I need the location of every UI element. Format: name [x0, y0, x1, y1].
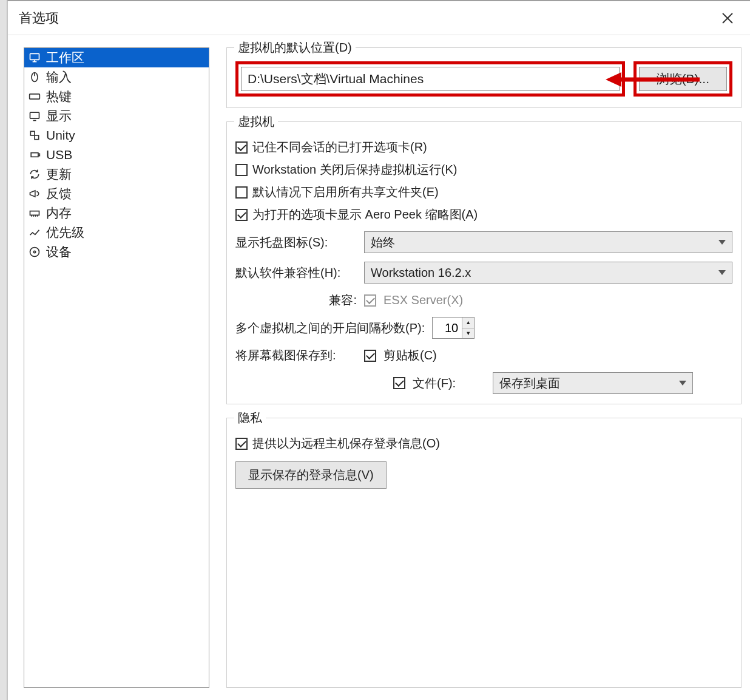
- sidebar-item-feedback[interactable]: 反馈: [24, 184, 209, 203]
- select-value: Workstation 16.2.x: [371, 266, 471, 280]
- select-save-to[interactable]: 保存到桌面: [493, 372, 693, 394]
- chevron-down-icon: [718, 270, 726, 275]
- checkbox-offer-save[interactable]: [235, 438, 248, 450]
- label-esx-value: ESX Server(X): [383, 293, 463, 307]
- select-compatibility[interactable]: Workstation 16.2.x: [364, 262, 732, 284]
- spinner-up[interactable]: ▲: [462, 318, 474, 328]
- sidebar-item-unity[interactable]: Unity: [24, 126, 209, 145]
- sidebar-item-label: 优先级: [46, 224, 84, 241]
- checkbox-remember-tabs[interactable]: [235, 141, 248, 154]
- highlight-browse: 浏览(B)...: [633, 61, 733, 97]
- checkbox-esx: [364, 294, 376, 307]
- svg-rect-18: [30, 211, 39, 216]
- category-list: 工作区 输入 热键 显示 Unity USB: [24, 47, 209, 688]
- usb-icon: [28, 148, 41, 161]
- chevron-down-icon: [679, 381, 686, 386]
- checkbox-aero-peek[interactable]: [235, 209, 248, 221]
- unity-icon: [28, 129, 41, 142]
- show-saved-logins-button[interactable]: 显示保存的登录信息(V): [235, 461, 387, 489]
- keyboard-icon: [28, 90, 41, 103]
- select-value: 保存到桌面: [499, 375, 560, 392]
- sidebar-item-priority[interactable]: 优先级: [24, 223, 209, 242]
- memory-icon: [28, 206, 41, 220]
- label-offer-save: 提供以为远程主机保存登录信息(O): [252, 435, 440, 452]
- label-file: 文件(F):: [413, 375, 485, 392]
- label-screenshot: 将屏幕截图保存到:: [235, 347, 357, 364]
- refresh-icon: [28, 168, 41, 181]
- label-enable-shared: 默认情况下启用所有共享文件夹(E): [252, 184, 439, 200]
- sidebar-item-workspace[interactable]: 工作区: [24, 48, 209, 67]
- settings-panel: 虚拟机的默认位置(D) D:\Users\文档\Virtual Machines…: [226, 47, 744, 688]
- group-legend: 隐私: [234, 410, 266, 426]
- preferences-window: 首选项 工作区 输入 热键 显示: [7, 0, 750, 700]
- checkbox-keep-running[interactable]: [235, 164, 248, 176]
- sidebar-item-label: 内存: [46, 205, 72, 222]
- body: 工作区 输入 热键 显示 Unity USB: [8, 35, 750, 700]
- label-esx: 兼容:: [235, 292, 357, 308]
- group-default-location: 虚拟机的默认位置(D) D:\Users\文档\Virtual Machines…: [226, 47, 742, 108]
- sidebar-item-label: 输入: [46, 69, 72, 86]
- sidebar-item-label: 显示: [46, 107, 72, 124]
- edge-strip: [0, 0, 7, 700]
- disc-icon: [28, 245, 41, 259]
- select-value: 始终: [371, 234, 395, 251]
- label-keep-running: Workstation 关闭后保持虚拟机运行(K): [252, 161, 457, 178]
- group-legend: 虚拟机: [234, 114, 278, 130]
- path-value: D:\Users\文档\Virtual Machines: [248, 70, 424, 87]
- sidebar-item-label: 热键: [46, 88, 72, 105]
- mouse-icon: [28, 70, 41, 84]
- svg-rect-14: [30, 131, 35, 135]
- svg-rect-15: [35, 135, 39, 140]
- svg-point-23: [30, 248, 39, 257]
- sidebar-item-devices[interactable]: 设备: [24, 242, 209, 262]
- spinner-delay[interactable]: ▲ ▼: [432, 317, 475, 339]
- svg-rect-16: [31, 153, 38, 157]
- label-remember-tabs: 记住不同会话的已打开选项卡(R): [252, 139, 427, 155]
- label-aero-peek: 为打开的选项卡显示 Aero Peek 缩略图(A): [252, 206, 478, 223]
- group-legend: 虚拟机的默认位置(D): [234, 39, 356, 56]
- svg-rect-2: [30, 53, 39, 59]
- group-vm: 虚拟机 记住不同会话的已打开选项卡(R) Workstation 关闭后保持虚拟…: [226, 121, 742, 404]
- sidebar-item-display[interactable]: 显示: [24, 106, 209, 126]
- sidebar-item-updates[interactable]: 更新: [24, 165, 209, 184]
- sidebar-item-input[interactable]: 输入: [24, 67, 209, 87]
- svg-point-24: [33, 251, 35, 253]
- svg-rect-7: [30, 94, 40, 99]
- select-tray-icon[interactable]: 始终: [364, 231, 732, 253]
- sidebar-item-label: 工作区: [46, 49, 84, 66]
- sidebar-item-label: USB: [46, 148, 72, 162]
- priority-icon: [28, 226, 41, 239]
- close-button[interactable]: [715, 5, 740, 31]
- spinner-input[interactable]: [433, 318, 462, 338]
- browse-button[interactable]: 浏览(B)...: [639, 67, 728, 91]
- sidebar-item-label: Unity: [46, 128, 75, 143]
- titlebar: 首选项: [8, 1, 750, 35]
- default-location-input[interactable]: D:\Users\文档\Virtual Machines: [241, 67, 620, 91]
- checkbox-clipboard[interactable]: [364, 350, 376, 362]
- window-title: 首选项: [19, 9, 715, 27]
- chevron-down-icon: [718, 240, 726, 245]
- group-privacy: 隐私 提供以为远程主机保存登录信息(O) 显示保存的登录信息(V): [226, 418, 742, 688]
- sidebar-item-memory[interactable]: 内存: [24, 203, 209, 223]
- highlight-path: D:\Users\文档\Virtual Machines: [235, 61, 625, 97]
- sidebar-item-label: 更新: [46, 166, 72, 183]
- label-clipboard: 剪贴板(C): [383, 347, 437, 364]
- label-tray: 显示托盘图标(S):: [235, 234, 357, 251]
- label-compat: 默认软件兼容性(H):: [235, 265, 357, 281]
- megaphone-icon: [28, 187, 41, 200]
- svg-rect-12: [30, 112, 39, 118]
- monitor-icon: [28, 51, 41, 64]
- sidebar-item-label: 反馈: [46, 185, 72, 202]
- checkbox-file[interactable]: [393, 377, 405, 389]
- display-icon: [28, 109, 41, 123]
- label-delay: 多个虚拟机之间的开启间隔秒数(P):: [235, 320, 425, 336]
- checkbox-enable-shared[interactable]: [235, 186, 248, 199]
- close-icon: [721, 12, 734, 24]
- sidebar-item-usb[interactable]: USB: [24, 145, 209, 165]
- svg-rect-17: [38, 154, 40, 155]
- sidebar-item-label: 设备: [46, 243, 72, 260]
- spinner-down[interactable]: ▼: [462, 328, 474, 339]
- sidebar-item-hotkeys[interactable]: 热键: [24, 87, 209, 106]
